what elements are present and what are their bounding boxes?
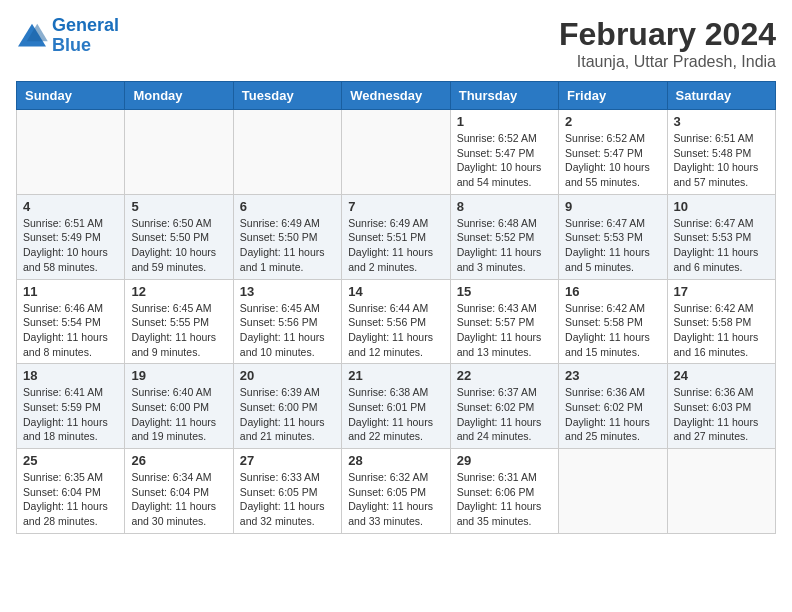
day-number: 23 — [565, 368, 660, 383]
calendar-week-row: 18Sunrise: 6:41 AMSunset: 5:59 PMDayligh… — [17, 364, 776, 449]
calendar-cell: 25Sunrise: 6:35 AMSunset: 6:04 PMDayligh… — [17, 449, 125, 534]
logo-line2: Blue — [52, 35, 91, 55]
calendar-cell: 24Sunrise: 6:36 AMSunset: 6:03 PMDayligh… — [667, 364, 775, 449]
day-info: Sunrise: 6:52 AMSunset: 5:47 PMDaylight:… — [565, 131, 660, 190]
day-info: Sunrise: 6:47 AMSunset: 5:53 PMDaylight:… — [565, 216, 660, 275]
day-info: Sunrise: 6:49 AMSunset: 5:50 PMDaylight:… — [240, 216, 335, 275]
calendar-cell: 18Sunrise: 6:41 AMSunset: 5:59 PMDayligh… — [17, 364, 125, 449]
day-info: Sunrise: 6:48 AMSunset: 5:52 PMDaylight:… — [457, 216, 552, 275]
calendar-cell: 19Sunrise: 6:40 AMSunset: 6:00 PMDayligh… — [125, 364, 233, 449]
logo: General Blue — [16, 16, 119, 56]
day-info: Sunrise: 6:51 AMSunset: 5:48 PMDaylight:… — [674, 131, 769, 190]
day-number: 11 — [23, 284, 118, 299]
day-info: Sunrise: 6:38 AMSunset: 6:01 PMDaylight:… — [348, 385, 443, 444]
day-info: Sunrise: 6:36 AMSunset: 6:02 PMDaylight:… — [565, 385, 660, 444]
calendar-week-row: 25Sunrise: 6:35 AMSunset: 6:04 PMDayligh… — [17, 449, 776, 534]
page-header: General Blue February 2024 Itaunja, Utta… — [16, 16, 776, 71]
day-number: 1 — [457, 114, 552, 129]
calendar-table: SundayMondayTuesdayWednesdayThursdayFrid… — [16, 81, 776, 534]
weekday-header: Monday — [125, 82, 233, 110]
calendar-cell — [342, 110, 450, 195]
weekday-header-row: SundayMondayTuesdayWednesdayThursdayFrid… — [17, 82, 776, 110]
calendar-cell: 10Sunrise: 6:47 AMSunset: 5:53 PMDayligh… — [667, 194, 775, 279]
page-subtitle: Itaunja, Uttar Pradesh, India — [559, 53, 776, 71]
day-number: 25 — [23, 453, 118, 468]
page-title: February 2024 — [559, 16, 776, 53]
day-number: 2 — [565, 114, 660, 129]
calendar-cell: 23Sunrise: 6:36 AMSunset: 6:02 PMDayligh… — [559, 364, 667, 449]
calendar-cell: 28Sunrise: 6:32 AMSunset: 6:05 PMDayligh… — [342, 449, 450, 534]
weekday-header: Sunday — [17, 82, 125, 110]
day-info: Sunrise: 6:47 AMSunset: 5:53 PMDaylight:… — [674, 216, 769, 275]
day-number: 21 — [348, 368, 443, 383]
day-number: 13 — [240, 284, 335, 299]
calendar-cell: 9Sunrise: 6:47 AMSunset: 5:53 PMDaylight… — [559, 194, 667, 279]
day-number: 16 — [565, 284, 660, 299]
calendar-cell: 27Sunrise: 6:33 AMSunset: 6:05 PMDayligh… — [233, 449, 341, 534]
day-number: 4 — [23, 199, 118, 214]
day-number: 3 — [674, 114, 769, 129]
calendar-cell: 16Sunrise: 6:42 AMSunset: 5:58 PMDayligh… — [559, 279, 667, 364]
day-number: 19 — [131, 368, 226, 383]
day-info: Sunrise: 6:39 AMSunset: 6:00 PMDaylight:… — [240, 385, 335, 444]
day-number: 10 — [674, 199, 769, 214]
calendar-cell: 7Sunrise: 6:49 AMSunset: 5:51 PMDaylight… — [342, 194, 450, 279]
calendar-cell: 17Sunrise: 6:42 AMSunset: 5:58 PMDayligh… — [667, 279, 775, 364]
calendar-week-row: 11Sunrise: 6:46 AMSunset: 5:54 PMDayligh… — [17, 279, 776, 364]
calendar-cell: 20Sunrise: 6:39 AMSunset: 6:00 PMDayligh… — [233, 364, 341, 449]
day-number: 9 — [565, 199, 660, 214]
calendar-cell: 2Sunrise: 6:52 AMSunset: 5:47 PMDaylight… — [559, 110, 667, 195]
day-number: 26 — [131, 453, 226, 468]
logo-line1: General — [52, 15, 119, 35]
calendar-cell — [17, 110, 125, 195]
day-number: 7 — [348, 199, 443, 214]
day-info: Sunrise: 6:49 AMSunset: 5:51 PMDaylight:… — [348, 216, 443, 275]
day-info: Sunrise: 6:50 AMSunset: 5:50 PMDaylight:… — [131, 216, 226, 275]
day-info: Sunrise: 6:45 AMSunset: 5:55 PMDaylight:… — [131, 301, 226, 360]
day-number: 15 — [457, 284, 552, 299]
day-number: 17 — [674, 284, 769, 299]
day-info: Sunrise: 6:35 AMSunset: 6:04 PMDaylight:… — [23, 470, 118, 529]
calendar-cell: 14Sunrise: 6:44 AMSunset: 5:56 PMDayligh… — [342, 279, 450, 364]
day-info: Sunrise: 6:46 AMSunset: 5:54 PMDaylight:… — [23, 301, 118, 360]
calendar-cell: 5Sunrise: 6:50 AMSunset: 5:50 PMDaylight… — [125, 194, 233, 279]
weekday-header: Wednesday — [342, 82, 450, 110]
calendar-cell: 22Sunrise: 6:37 AMSunset: 6:02 PMDayligh… — [450, 364, 558, 449]
day-info: Sunrise: 6:45 AMSunset: 5:56 PMDaylight:… — [240, 301, 335, 360]
day-number: 24 — [674, 368, 769, 383]
weekday-header: Saturday — [667, 82, 775, 110]
calendar-cell: 4Sunrise: 6:51 AMSunset: 5:49 PMDaylight… — [17, 194, 125, 279]
calendar-cell: 13Sunrise: 6:45 AMSunset: 5:56 PMDayligh… — [233, 279, 341, 364]
weekday-header: Thursday — [450, 82, 558, 110]
weekday-header: Tuesday — [233, 82, 341, 110]
day-info: Sunrise: 6:37 AMSunset: 6:02 PMDaylight:… — [457, 385, 552, 444]
calendar-cell: 15Sunrise: 6:43 AMSunset: 5:57 PMDayligh… — [450, 279, 558, 364]
calendar-week-row: 4Sunrise: 6:51 AMSunset: 5:49 PMDaylight… — [17, 194, 776, 279]
logo-icon — [16, 22, 48, 50]
day-info: Sunrise: 6:43 AMSunset: 5:57 PMDaylight:… — [457, 301, 552, 360]
day-info: Sunrise: 6:36 AMSunset: 6:03 PMDaylight:… — [674, 385, 769, 444]
day-info: Sunrise: 6:31 AMSunset: 6:06 PMDaylight:… — [457, 470, 552, 529]
day-info: Sunrise: 6:44 AMSunset: 5:56 PMDaylight:… — [348, 301, 443, 360]
calendar-cell: 12Sunrise: 6:45 AMSunset: 5:55 PMDayligh… — [125, 279, 233, 364]
day-number: 22 — [457, 368, 552, 383]
calendar-cell — [667, 449, 775, 534]
day-number: 5 — [131, 199, 226, 214]
calendar-cell — [125, 110, 233, 195]
calendar-cell: 11Sunrise: 6:46 AMSunset: 5:54 PMDayligh… — [17, 279, 125, 364]
day-number: 27 — [240, 453, 335, 468]
day-info: Sunrise: 6:51 AMSunset: 5:49 PMDaylight:… — [23, 216, 118, 275]
title-block: February 2024 Itaunja, Uttar Pradesh, In… — [559, 16, 776, 71]
day-info: Sunrise: 6:32 AMSunset: 6:05 PMDaylight:… — [348, 470, 443, 529]
calendar-cell: 29Sunrise: 6:31 AMSunset: 6:06 PMDayligh… — [450, 449, 558, 534]
day-info: Sunrise: 6:41 AMSunset: 5:59 PMDaylight:… — [23, 385, 118, 444]
day-info: Sunrise: 6:42 AMSunset: 5:58 PMDaylight:… — [565, 301, 660, 360]
day-number: 6 — [240, 199, 335, 214]
calendar-cell — [559, 449, 667, 534]
day-number: 14 — [348, 284, 443, 299]
day-info: Sunrise: 6:52 AMSunset: 5:47 PMDaylight:… — [457, 131, 552, 190]
calendar-cell: 1Sunrise: 6:52 AMSunset: 5:47 PMDaylight… — [450, 110, 558, 195]
calendar-cell: 8Sunrise: 6:48 AMSunset: 5:52 PMDaylight… — [450, 194, 558, 279]
calendar-cell: 21Sunrise: 6:38 AMSunset: 6:01 PMDayligh… — [342, 364, 450, 449]
weekday-header: Friday — [559, 82, 667, 110]
